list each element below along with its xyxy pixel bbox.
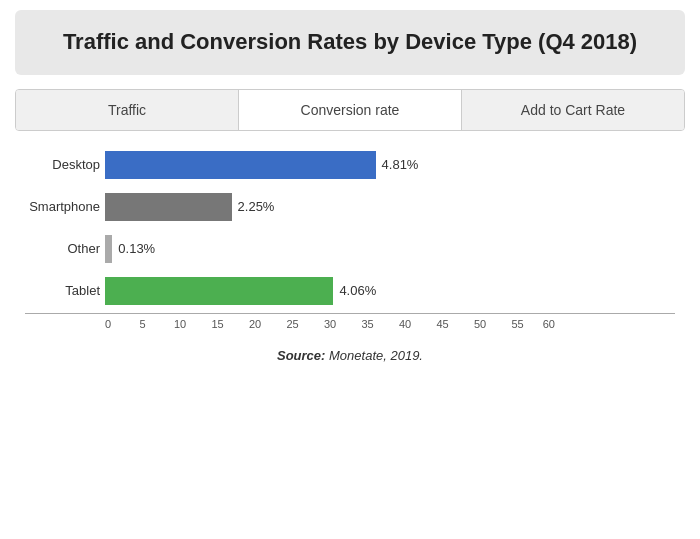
bar-label: Other	[25, 241, 100, 256]
x-tick: 15	[199, 318, 237, 330]
x-tick: 60	[536, 318, 555, 330]
x-tick: 40	[386, 318, 424, 330]
bar-label: Tablet	[25, 283, 100, 298]
bar-fill	[105, 151, 376, 179]
bar-value-label: 4.81%	[382, 157, 419, 172]
tab-conversion-rate[interactable]: Conversion rate	[239, 90, 462, 130]
bar-value-label: 2.25%	[238, 199, 275, 214]
source-line: Source: Monetate, 2019.	[25, 342, 675, 369]
x-tick: 5	[124, 318, 162, 330]
bar-fill	[105, 277, 333, 305]
x-axis: 051015202530354045505560	[25, 313, 675, 330]
bar-value-label: 4.06%	[339, 283, 376, 298]
x-tick: 30	[311, 318, 349, 330]
x-tick: 10	[161, 318, 199, 330]
x-tick: 0	[105, 318, 124, 330]
bar-label: Smartphone	[25, 199, 100, 214]
tab-add-to-cart[interactable]: Add to Cart Rate	[462, 90, 684, 130]
bar-fill	[105, 193, 232, 221]
page-wrapper: Traffic and Conversion Rates by Device T…	[0, 0, 700, 539]
bar-label: Desktop	[25, 157, 100, 172]
x-tick: 25	[274, 318, 312, 330]
x-tick: 20	[236, 318, 274, 330]
bar-value-label: 0.13%	[118, 241, 155, 256]
bar-row: Other0.13%	[105, 235, 675, 263]
chart-title: Traffic and Conversion Rates by Device T…	[35, 28, 665, 57]
x-tick: 55	[499, 318, 537, 330]
bar-row: Smartphone2.25%	[105, 193, 675, 221]
bar-row: Desktop4.81%	[105, 151, 675, 179]
x-tick: 50	[461, 318, 499, 330]
tabs-row: Traffic Conversion rate Add to Cart Rate	[15, 89, 685, 131]
x-tick: 45	[424, 318, 462, 330]
chart-area: Desktop4.81%Smartphone2.25%Other0.13%Tab…	[15, 151, 685, 529]
x-tick: 35	[349, 318, 387, 330]
bar-fill	[105, 235, 112, 263]
bar-row: Tablet4.06%	[105, 277, 675, 305]
bars-section: Desktop4.81%Smartphone2.25%Other0.13%Tab…	[25, 151, 675, 305]
tab-traffic[interactable]: Traffic	[16, 90, 239, 130]
title-box: Traffic and Conversion Rates by Device T…	[15, 10, 685, 75]
